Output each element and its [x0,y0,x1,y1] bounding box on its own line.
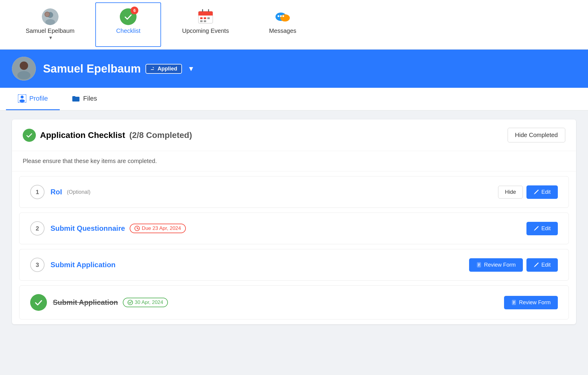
item-1-edit-button[interactable]: Edit [526,185,558,199]
profile-name-container: Samuel Epelbaum Applied ▾ [43,62,193,75]
profile-banner: Samuel Epelbaum Applied ▾ [0,50,588,88]
svg-rect-12 [207,17,210,19]
checklist-card: Application Checklist (2/8 Completed) Hi… [12,119,576,324]
svg-point-22 [17,71,30,79]
applied-status-badge[interactable]: Applied [146,64,182,74]
svg-point-25 [21,96,24,99]
svg-rect-13 [200,20,203,22]
check-icon-4 [128,300,133,305]
svg-point-17 [278,15,279,17]
checklist-item-4: Submit Application 30 Apr, 2024 [19,285,569,319]
tab-student-label: Samuel Epelbaum [26,27,74,34]
tab-checklist-label: Checklist [116,27,140,34]
item-1-optional: (Optional) [67,189,91,195]
item-4-content: Submit Application 30 Apr, 2024 [53,298,498,307]
item-3-review-button[interactable]: Review Form [469,258,523,272]
item-3-review-label: Review Form [484,262,516,268]
sub-tab-files[interactable]: Files [60,88,109,110]
sub-tab-files-label: Files [83,95,97,102]
tab-student[interactable]: Samuel Epelbaum ▾ [7,2,93,47]
checklist-item-3: 3 Submit Application Review Form Edit [19,249,569,281]
student-avatar-icon [42,8,59,25]
calendar-icon [197,8,214,25]
svg-point-26 [19,99,25,102]
tab-messages-label: Messages [269,27,296,34]
edit-icon-3 [534,262,539,268]
svg-point-16 [280,14,290,21]
clock-icon-2 [134,226,140,231]
profile-avatar [12,57,36,81]
svg-rect-7 [198,14,213,16]
item-2-edit-label: Edit [541,225,551,232]
item-3-edit-label: Edit [541,262,551,268]
checklist-header: Application Checklist (2/8 Completed) Hi… [12,119,576,151]
item-4-completed-date: 30 Apr, 2024 [135,299,163,305]
checklist-title-text: Application Checklist [40,130,125,140]
item-1-hide-button[interactable]: Hide [498,186,523,199]
folder-tab-icon [72,94,80,103]
item-1-actions: Hide Edit [498,185,558,199]
tab-checklist[interactable]: 6 Checklist [95,2,161,47]
profile-tab-icon [18,94,26,103]
item-2-edit-button[interactable]: Edit [526,222,558,235]
edit-icon-2 [534,226,539,231]
review-icon-3 [476,262,482,268]
item-4-review-label: Review Form [519,299,551,306]
item-2-title: Submit Questionnaire [50,224,125,233]
svg-rect-11 [204,17,206,19]
svg-rect-14 [204,20,206,22]
item-4-review-button[interactable]: Review Form [504,296,558,309]
edit-icon-1 [534,189,539,195]
sub-navigation: Profile Files [0,88,588,110]
svg-rect-10 [200,17,203,19]
item-1-number: 1 [30,185,45,199]
svg-point-21 [20,62,28,70]
edit-icon [150,66,156,71]
svg-point-4 [45,12,49,16]
item-1-edit-label: Edit [541,189,551,195]
item-2-content: Submit Questionnaire Due 23 Apr, 2024 [50,224,520,233]
top-navigation: Samuel Epelbaum ▾ 6 Checklist [0,0,588,50]
item-3-title: Submit Application [50,261,116,269]
tab-events[interactable]: Upcoming Events [163,2,247,47]
tab-messages[interactable]: Messages [250,2,316,47]
svg-rect-23 [151,69,154,70]
svg-rect-24 [153,67,154,68]
item-1-content: RoI (Optional) [50,188,492,196]
profile-name-text: Samuel Epelbaum [43,62,141,75]
status-text: Applied [157,66,177,72]
svg-point-35 [128,300,133,305]
item-1-title: RoI [50,188,62,196]
messages-icon [274,8,291,25]
svg-point-2 [45,19,55,25]
review-icon-4 [511,300,517,305]
item-3-edit-button[interactable]: Edit [526,258,558,272]
hide-completed-button[interactable]: Hide Completed [508,128,565,142]
checklist-title-container: Application Checklist (2/8 Completed) [23,129,192,142]
item-4-completed-badge: 30 Apr, 2024 [123,298,168,307]
checklist-note: Please ensure that these key items are c… [12,151,576,171]
checklist-complete-icon [23,129,36,142]
checklist-badge: 6 [131,7,138,14]
item-3-content: Submit Application [50,261,463,269]
item-2-number: 2 [30,221,45,236]
checklist-icon: 6 [120,8,137,25]
checklist-item-1: 1 RoI (Optional) Hide Edit [19,176,569,208]
main-content: Application Checklist (2/8 Completed) Hi… [0,110,588,333]
item-4-complete-icon [30,294,47,311]
svg-line-30 [137,228,138,229]
svg-point-18 [280,15,282,17]
item-3-number: 3 [30,258,45,272]
item-2-due-badge: Due 23 Apr, 2024 [130,224,186,233]
item-2-actions: Edit [526,222,558,235]
svg-point-19 [282,15,284,17]
checklist-item-2: 2 Submit Questionnaire Due 23 Apr, 2024 … [19,213,569,244]
item-4-title: Submit Application [53,298,118,307]
item-2-due-text: Due 23 Apr, 2024 [142,225,181,231]
profile-dropdown-arrow[interactable]: ▾ [189,64,193,73]
tab-events-label: Upcoming Events [182,27,229,34]
student-dropdown-arrow: ▾ [49,34,52,41]
sub-tab-profile[interactable]: Profile [6,88,60,110]
item-4-actions: Review Form [504,296,558,309]
checklist-progress: (2/8 Completed) [129,130,192,140]
